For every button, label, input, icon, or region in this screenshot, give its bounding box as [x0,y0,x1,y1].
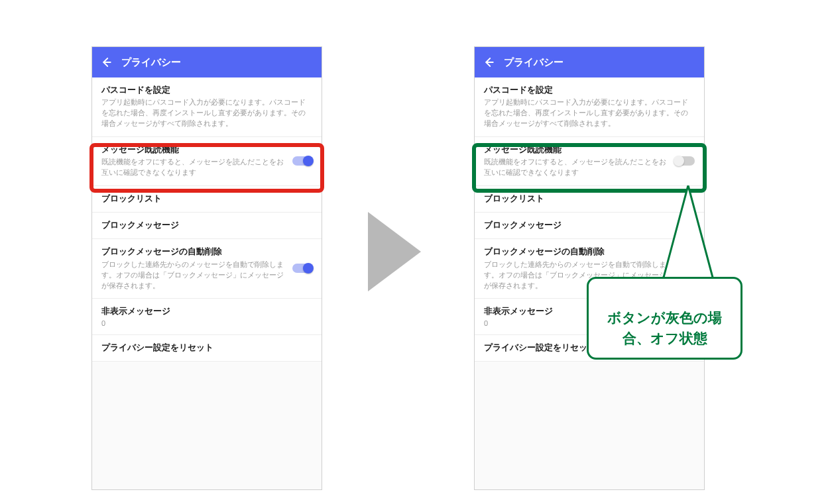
row-reset-privacy[interactable]: プライバシー設定をリセット [92,335,322,362]
app-bar: プライバシー [475,47,704,77]
row-title: 非表示メッセージ [101,305,312,317]
row-block-messages[interactable]: ブロックメッセージ [92,213,322,239]
row-title: メッセージ既読機能 [484,144,670,156]
row-subtitle: アプリ起動時にパスコード入力が必要になります。パスコードを忘れた場合、再度インス… [101,97,312,129]
row-title: ブロックリスト [101,193,312,205]
row-blocklist[interactable]: ブロックリスト [92,186,322,213]
settings-list: パスコードを設定 アプリ起動時にパスコード入力が必要になります。パスコードを忘れ… [92,77,322,362]
row-passcode[interactable]: パスコードを設定 アプリ起動時にパスコード入力が必要になります。パスコードを忘れ… [475,77,704,137]
row-auto-delete[interactable]: ブロックメッセージの自動削除 ブロックした連絡先からのメッセージを自動で削除しま… [92,239,322,299]
row-title: パスコードを設定 [101,84,312,96]
row-passcode[interactable]: パスコードを設定 アプリ起動時にパスコード入力が必要になります。パスコードを忘れ… [92,77,322,137]
row-title: ブロックメッセージ [101,219,312,231]
back-arrow-icon[interactable] [100,56,112,68]
row-subtitle: アプリ起動時にパスコード入力が必要になります。パスコードを忘れた場合、再度インス… [484,97,695,129]
row-title: ブロックリスト [484,193,695,205]
row-title: パスコードを設定 [484,84,695,96]
auto-delete-toggle[interactable] [292,264,312,273]
row-title: ブロックメッセージの自動削除 [101,246,287,258]
row-read-receipt[interactable]: メッセージ既読機能 既読機能をオフにすると、メッセージを読んだことをお互いに確認… [92,137,322,186]
row-title: ブロックメッセージ [484,219,695,231]
row-blocklist[interactable]: ブロックリスト [475,186,704,213]
app-bar-title: プライバシー [504,56,563,69]
row-title: ブロックメッセージの自動削除 [484,246,670,258]
phone-screenshot-after: プライバシー パスコードを設定 アプリ起動時にパスコード入力が必要になります。パ… [474,46,705,490]
row-read-receipt[interactable]: メッセージ既読機能 既読機能をオフにすると、メッセージを読んだことをお互いに確認… [475,137,704,186]
auto-delete-toggle[interactable] [675,264,695,273]
row-subtitle: 既読機能をオフにすると、メッセージを読んだことをお互いに確認できなくなります [101,157,287,178]
arrow-right-icon [368,212,421,291]
row-hidden-messages[interactable]: 非表示メッセージ 0 [92,299,322,334]
row-block-messages[interactable]: ブロックメッセージ [475,213,704,239]
app-bar: プライバシー [92,47,322,77]
callout-text: ボタンが灰色の場 合、オフ状態 [607,310,722,345]
row-title: メッセージ既読機能 [101,144,287,156]
app-bar-title: プライバシー [121,56,181,69]
row-subtitle: ブロックした連絡先からのメッセージを自動で削除します。オフの場合は「ブロックメッ… [101,260,287,291]
back-arrow-icon[interactable] [483,56,495,68]
hidden-count: 0 [101,319,312,327]
phone-screenshot-before: プライバシー パスコードを設定 アプリ起動時にパスコード入力が必要になります。パ… [91,46,322,490]
row-subtitle: 既読機能をオフにすると、メッセージを読んだことをお互いに確認できなくなります [484,157,670,178]
read-receipt-toggle[interactable] [675,156,695,166]
read-receipt-toggle[interactable] [292,156,312,166]
row-title: プライバシー設定をリセット [101,342,312,354]
annotation-callout: ボタンが灰色の場 合、オフ状態 [587,277,742,360]
